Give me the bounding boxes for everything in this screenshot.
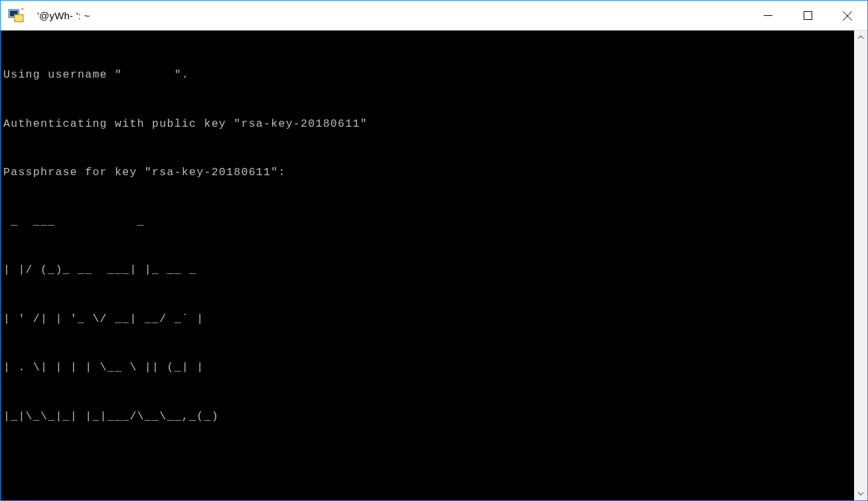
terminal-line: Passphrase for key "rsa-key-20180611": — [3, 165, 851, 181]
putty-icon — [1, 1, 31, 31]
ascii-art-line: | ' /| | '_ \/ __| __/ _` | — [3, 311, 851, 328]
ascii-art-line: |_|\_\_|_| |_|___/\__\__,_(_) — [3, 409, 851, 425]
window-titlebar[interactable]: '@yWh- ': ~ — [1, 1, 867, 31]
terminal-line — [3, 457, 851, 474]
terminal-line: Authenticating with public key "rsa-key-… — [3, 116, 851, 133]
window-controls — [748, 1, 867, 31]
minimize-button[interactable] — [748, 1, 788, 31]
close-button[interactable] — [828, 1, 867, 31]
scroll-up-button[interactable] — [854, 31, 867, 44]
scroll-track[interactable] — [854, 44, 867, 487]
terminal-output[interactable]: Using username " ". Authenticating with … — [1, 31, 854, 500]
client-area: Using username " ". Authenticating with … — [1, 31, 867, 500]
ascii-art-line: | |/ (_)_ __ ___| |_ __ _ — [3, 262, 851, 279]
scroll-down-button[interactable] — [854, 487, 867, 500]
maximize-button[interactable] — [788, 1, 828, 31]
vertical-scrollbar[interactable] — [854, 31, 867, 500]
terminal-line: Using username " ". — [3, 67, 851, 84]
window-title: '@yWh- ': ~ — [31, 10, 90, 21]
svg-rect-2 — [14, 15, 23, 22]
ascii-art-line: _ ___ _ — [3, 214, 851, 230]
svg-rect-6 — [804, 12, 812, 20]
ascii-art-line: | . \| | | | \__ \ || (_| | — [3, 360, 851, 376]
